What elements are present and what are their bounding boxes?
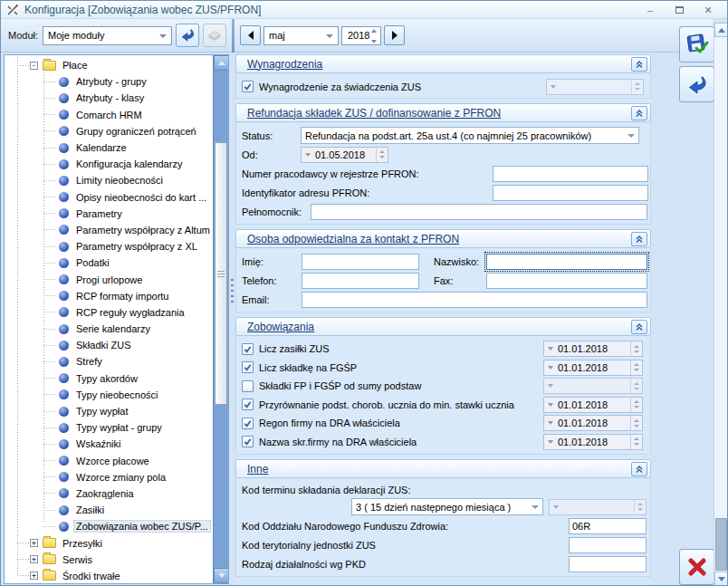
panel-splitter[interactable] bbox=[229, 54, 235, 584]
chevron-down-icon[interactable] bbox=[544, 403, 556, 407]
save-button[interactable] bbox=[679, 26, 714, 62]
tree-item-serie-kalendarzy[interactable]: Serie kalendarzy bbox=[5, 321, 213, 337]
form-scrollbar[interactable] bbox=[714, 23, 728, 586]
tree-branch-przesy-ki[interactable]: +Przesyłki bbox=[5, 534, 213, 551]
scroll-up-button[interactable] bbox=[214, 55, 229, 71]
fax-field[interactable] bbox=[486, 273, 647, 289]
close-button[interactable]: ✕ bbox=[702, 2, 714, 18]
next-month-button[interactable] bbox=[384, 25, 405, 45]
tree-branch--rodki-trwa-e[interactable]: +Środki trwałe bbox=[5, 568, 213, 583]
chevron-down-icon[interactable] bbox=[544, 421, 556, 425]
checkbox-zobowiazania-0[interactable] bbox=[242, 343, 254, 355]
date-picker[interactable]: 01.01.2018 bbox=[543, 397, 643, 413]
imie-field[interactable] bbox=[302, 254, 419, 270]
tree-item-podatki[interactable]: Podatki bbox=[5, 255, 213, 271]
maximize-button[interactable] bbox=[673, 2, 685, 18]
month-select[interactable]: maj bbox=[263, 26, 339, 45]
tree-branch-serwis[interactable]: +Serwis bbox=[5, 552, 213, 568]
checkbox-zobowiazania-4[interactable] bbox=[242, 418, 254, 429]
collapse-section-button[interactable] bbox=[631, 320, 647, 334]
tree-item-comarch-hrm[interactable]: Comarch HRM bbox=[5, 107, 213, 123]
tree-item-atrybuty-grupy[interactable]: Atrybuty - grupy bbox=[5, 73, 213, 90]
collapse-box[interactable]: - bbox=[30, 62, 38, 70]
chevron-down-icon[interactable] bbox=[544, 440, 556, 444]
tree-item-atrybuty-klasy[interactable]: Atrybuty - klasy bbox=[5, 90, 213, 106]
checkbox-wynagrodzenie-zus[interactable] bbox=[242, 81, 254, 92]
inne-field-1[interactable] bbox=[569, 537, 647, 553]
tree-item-zasi-ki[interactable]: Zasiłki bbox=[5, 502, 213, 518]
tree-item-zobowi-zania-wobec-zus-p[interactable]: Zobowiązania wobec ZUS/P... bbox=[5, 518, 213, 534]
nazwisko-field[interactable] bbox=[486, 254, 647, 270]
tree-branch-place[interactable]: -Płace bbox=[5, 57, 213, 73]
date-picker[interactable]: 01.01.2018 bbox=[543, 434, 643, 450]
tree-item-rcp-regu-y-wyg-adzania[interactable]: RCP reguły wygładzania bbox=[5, 304, 213, 321]
minimize-button[interactable]: – bbox=[644, 2, 656, 18]
status-select[interactable]: Refundacja na podst.art. 25a ust.4 (co n… bbox=[301, 127, 639, 144]
date-picker[interactable]: 01.01.2018 bbox=[543, 415, 643, 431]
tree-item-typy-wyp-at[interactable]: Typy wypłat bbox=[5, 403, 213, 419]
section-title-link[interactable]: Osoba odpowiedzialna za kontakt z PFRON bbox=[247, 233, 459, 245]
kod-terminu-select[interactable]: 3 ( 15 dzień następnego miesiąca ) bbox=[351, 498, 543, 515]
section-title-link[interactable]: Inne bbox=[247, 463, 268, 476]
tree-item-rcp-formaty-importu[interactable]: RCP formaty importu bbox=[5, 288, 213, 304]
tree-item-typy-akord-w[interactable]: Typy akordów bbox=[5, 370, 213, 387]
tree-item-wzorce-zmiany-pola[interactable]: Wzorce zmiany pola bbox=[5, 469, 213, 485]
tree-scrollbar[interactable] bbox=[213, 55, 228, 583]
field-input-1[interactable] bbox=[493, 185, 648, 201]
tree-item-wzorce-p-acowe[interactable]: Wzorce płacowe bbox=[5, 453, 213, 469]
expand-box[interactable]: + bbox=[30, 539, 38, 547]
collapse-section-button[interactable] bbox=[631, 106, 647, 120]
tree-item-strefy[interactable]: Strefy bbox=[5, 353, 213, 370]
section-title-link[interactable]: Wynagrodzenia bbox=[247, 58, 322, 71]
cancel-button[interactable] bbox=[679, 549, 714, 585]
chevron-down-icon[interactable] bbox=[544, 347, 556, 351]
checkbox-zobowiazania-2[interactable] bbox=[242, 380, 254, 392]
checkbox-zobowiazania-3[interactable] bbox=[242, 399, 254, 410]
inne-field-0[interactable] bbox=[569, 518, 647, 534]
tree-item-zaokr-glenia[interactable]: Zaokrąglenia bbox=[5, 485, 213, 502]
scroll-down-button[interactable] bbox=[214, 568, 229, 583]
date-picker[interactable]: 01.01.2018 bbox=[543, 341, 643, 357]
section-title-link[interactable]: Refundacja składek ZUS / dofinansowanie … bbox=[247, 107, 501, 120]
checkbox-zobowiazania-1[interactable] bbox=[242, 361, 254, 373]
scroll-up-button[interactable] bbox=[714, 23, 728, 37]
tree-scrollbar-thumb[interactable] bbox=[215, 142, 227, 405]
date-picker[interactable]: 01.01.2018 bbox=[543, 360, 643, 376]
collapse-section-button[interactable] bbox=[631, 232, 647, 246]
tree-item-wska-niki[interactable]: Wskaźniki bbox=[5, 436, 213, 452]
tree-item-grupy-ogranicze-potr-ce[interactable]: Grupy ograniczeń potrąceń bbox=[5, 123, 213, 139]
tree-item-progi-urlopowe[interactable]: Progi urlopowe bbox=[5, 271, 213, 287]
tree-item-parametry[interactable]: Parametry bbox=[5, 206, 213, 222]
tree-item-parametry-wsp-pracy-z-xl[interactable]: Parametry współpracy z XL bbox=[5, 238, 213, 255]
collapse-section-button[interactable] bbox=[631, 57, 647, 72]
collapse-section-button[interactable] bbox=[631, 462, 647, 476]
tree-item-sk-adki-zus[interactable]: Składki ZUS bbox=[5, 337, 213, 353]
checkbox-zobowiazania-5[interactable] bbox=[242, 436, 254, 447]
year-stepper[interactable]: 2018 bbox=[341, 26, 381, 45]
expand-box[interactable]: + bbox=[30, 555, 38, 563]
date-spinner[interactable] bbox=[630, 341, 642, 356]
tree-item-typy-nieobecno-ci[interactable]: Typy nieobecności bbox=[5, 387, 213, 403]
chevron-down-icon[interactable] bbox=[544, 366, 556, 370]
email-field[interactable] bbox=[302, 292, 647, 308]
tree-item-opisy-nieobecno-ci-do-kart[interactable]: Opisy nieobecności do kart ... bbox=[5, 189, 213, 206]
prev-month-button[interactable] bbox=[240, 25, 261, 45]
inne-field-2[interactable] bbox=[569, 556, 647, 572]
tree-item-konfiguracja-kalendarzy[interactable]: Konfiguracja kalendarzy bbox=[5, 156, 213, 172]
module-switch-button[interactable] bbox=[176, 24, 199, 47]
date-spinner[interactable] bbox=[630, 435, 642, 449]
chevron-down-icon[interactable] bbox=[302, 153, 313, 157]
tree-item-limity-nieobecno-ci[interactable]: Limity nieobecności bbox=[5, 172, 213, 188]
field-input-2[interactable] bbox=[311, 204, 647, 220]
scroll-down-button[interactable] bbox=[714, 572, 728, 586]
date-spinner[interactable] bbox=[630, 360, 642, 375]
tree-item-parametry-wsp-pracy-z-altum[interactable]: Parametry współpracy z Altum bbox=[5, 222, 213, 238]
field-input-0[interactable] bbox=[493, 166, 648, 182]
tree-item-typy-wyp-at-grupy[interactable]: Typy wypłat - grupy bbox=[5, 419, 213, 436]
section-title-link[interactable]: Zobowiązania bbox=[247, 321, 314, 333]
tree-item-kalendarze[interactable]: Kalendarze bbox=[5, 139, 213, 156]
telefon-field[interactable] bbox=[302, 273, 419, 289]
undo-button[interactable] bbox=[679, 66, 714, 102]
date-spinner[interactable] bbox=[376, 148, 388, 162]
od-date-picker[interactable]: 01.05.2018 bbox=[301, 147, 388, 163]
